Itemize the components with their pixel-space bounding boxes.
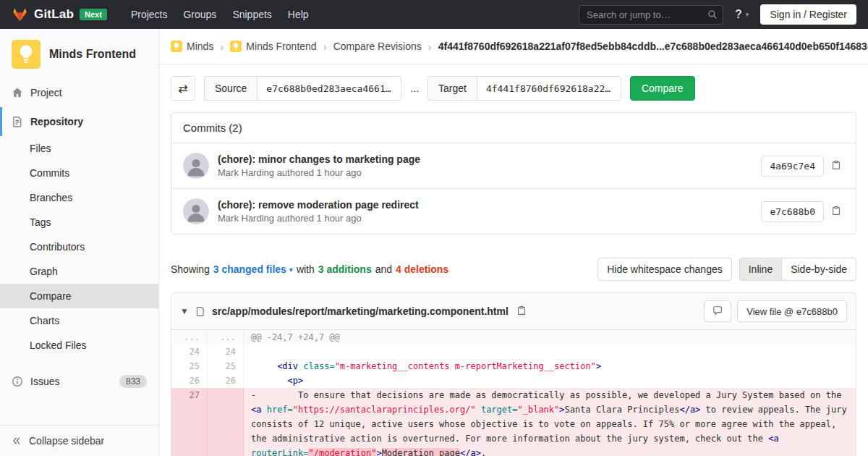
diff-mode-toggle: Inline Side-by-side [739,258,856,281]
repository-icon [12,116,23,127]
side-by-side-view-button[interactable]: Side-by-side [781,258,856,281]
search-input[interactable] [579,5,723,25]
target-ref-input[interactable] [477,76,621,101]
breadcrumb-separator: › [428,41,432,53]
sidebar-item-branches[interactable]: Branches [0,185,158,210]
diff-code: ......@@ -24,7 +24,7 @@2424 2525 <div cl… [171,330,856,456]
new-line-number[interactable] [208,388,244,456]
swap-arrows-icon: ⇄ [178,82,187,96]
diff-file-path: src/app/modules/report/marketing/marketi… [212,305,509,317]
and-label: and [375,263,392,275]
breadcrumb-separator: › [220,41,224,53]
nav-link-snippets[interactable]: Snippets [224,4,279,25]
gitlab-logo[interactable]: GitLab Next [12,7,107,22]
sidebar-item-contributors[interactable]: Contributors [0,235,158,259]
additions-count: 3 additions [318,263,372,275]
copy-sha-button[interactable] [828,157,844,175]
swap-revisions-button[interactable]: ⇄ [171,76,195,101]
diff-line-content: - To ensure that decisions are made as d… [244,388,856,456]
logo-text: GitLab [34,7,74,22]
nav-link-projects[interactable]: Projects [123,4,176,25]
sidebar-item-repository[interactable]: Repository [0,107,158,136]
old-line-number[interactable]: ... [171,330,208,345]
primary-nav: ProjectsGroupsSnippetsHelp [123,4,317,25]
clipboard-icon [516,305,527,318]
collapse-file-caret-icon[interactable]: ▼ [180,306,189,316]
commit-row: (chore): remove moderation page redirect… [171,188,856,234]
commit-sha-link[interactable]: e7c688b0 [761,201,824,222]
old-line-number[interactable]: 27 [171,388,208,456]
file-icon [195,306,205,316]
breadcrumb-item[interactable]: Minds [171,41,213,52]
sidebar-item-commits[interactable]: Commits [0,161,158,185]
minds-avatar-icon [171,41,182,52]
copy-sha-button[interactable] [828,203,844,221]
breadcrumb-item[interactable]: Compare Revisions [333,41,422,52]
showing-label: Showing [171,263,210,275]
new-line-number[interactable]: 24 [208,345,244,359]
sidebar-item-compare[interactable]: Compare [0,284,158,308]
sidebar-item-files[interactable]: Files [0,136,158,161]
commit-title-link[interactable]: (chore): minor changes to marketing page [218,153,420,165]
revision-separator: ... [410,83,419,94]
diff-summary: Showing 3 changed files ▾ with 3 additio… [171,258,856,281]
nav-link-help[interactable]: Help [280,4,317,25]
diff-view-actions: Hide whitespace changes Inline Side-by-s… [597,258,856,281]
commit-meta: Mark Harding authored 1 hour ago [218,167,420,178]
diff-file-panel: ▼ src/app/modules/report/marketing/marke… [171,292,856,456]
commit-title-link[interactable]: (chore): remove moderation page redirect [218,199,419,211]
diff-line-content: @@ -24,7 +24,7 @@ [244,330,856,345]
breadcrumb-items: Minds›Minds Frontend›Compare Revisions›4… [171,41,868,53]
chevron-down-icon: ▾ [289,266,293,274]
toggle-comments-button[interactable] [704,300,731,322]
view-file-button[interactable]: View file @ e7c688b0 [737,300,847,322]
help-menu[interactable]: ? ▾ [735,8,749,21]
commit-meta: Mark Harding authored 1 hour ago [218,213,419,224]
hide-whitespace-button[interactable]: Hide whitespace changes [597,258,732,281]
issues-count-badge: 833 [119,375,147,388]
project-header[interactable]: Minds Frontend [0,29,158,78]
old-line-number[interactable]: 25 [171,359,208,373]
new-line-number[interactable]: 26 [208,373,244,388]
breadcrumb-separator: › [323,41,327,53]
clipboard-icon [831,160,841,172]
commits-panel-title: Commits (2) [171,113,856,143]
navbar-right: ? ▾ Sign in / Register [579,4,856,25]
sidebar-nav: ProjectRepositoryFilesCommitsBranchesTag… [0,78,158,397]
diff-line-content [244,345,856,359]
copy-file-path-button[interactable] [515,304,528,319]
new-line-number[interactable]: ... [208,330,244,345]
compare-button[interactable]: Compare [630,76,695,101]
sidebar-item-graph[interactable]: Graph [0,259,158,284]
collapse-sidebar-label: Collapse sidebar [29,435,104,447]
project-sidebar: Minds Frontend ProjectRepositoryFilesCom… [0,29,159,456]
old-line-number[interactable]: 24 [171,345,208,359]
old-line-number[interactable]: 26 [171,373,208,388]
sidebar-item-tags[interactable]: Tags [0,210,158,235]
sidebar-item-issues[interactable]: Issues833 [0,366,158,397]
sign-in-button[interactable]: Sign in / Register [760,4,856,25]
sidebar-item-project[interactable]: Project [0,78,158,107]
commit-row: (chore): minor changes to marketing page… [171,143,856,188]
new-line-number[interactable]: 25 [208,359,244,373]
issues-icon [12,376,23,387]
nav-link-groups[interactable]: Groups [175,4,224,25]
commit-sha-link[interactable]: 4a69c7e4 [761,156,824,177]
source-input-group: Source [204,76,401,101]
page-body: ⇄ Source ... Target Compare Commits (2) … [159,64,868,456]
with-label: with [297,263,315,275]
commits-panel: Commits (2) (chore): minor changes to ma… [171,112,856,235]
gitlab-tanuki-icon [12,7,28,22]
author-avatar [183,153,209,179]
diff-line-context: 2525 <div class="m-marketing__contents m… [171,359,856,373]
breadcrumb-item[interactable]: Minds Frontend [230,41,316,52]
diff-line-context: 2626 <p> [171,373,856,388]
changed-files-dropdown[interactable]: 3 changed files ▾ [213,263,293,275]
inline-view-button[interactable]: Inline [739,258,782,281]
source-ref-input[interactable] [257,76,401,101]
search-icon[interactable] [707,9,718,20]
sidebar-item-locked-files[interactable]: Locked Files [0,333,158,358]
collapse-sidebar-button[interactable]: Collapse sidebar [0,425,158,456]
diff-line-del: 27- To ensure that decisions are made as… [171,388,856,456]
sidebar-item-charts[interactable]: Charts [0,308,158,333]
